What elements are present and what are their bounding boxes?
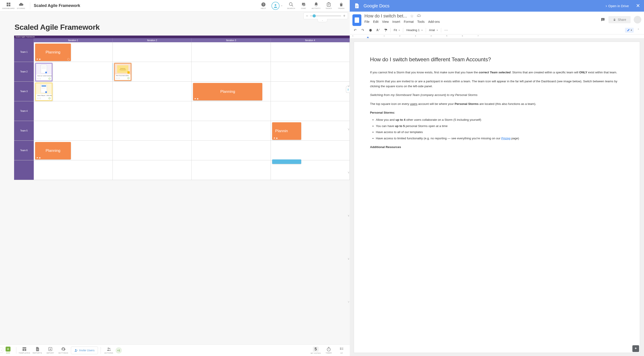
open-in-drive-button[interactable]: › Open in Drive — [606, 4, 629, 8]
legend-icon — [339, 346, 344, 352]
menu-insert[interactable]: Insert — [392, 20, 400, 24]
more-tools-button[interactable]: ⋯ — [443, 28, 449, 32]
doc-card-report[interactable]: Storm Report - 2021-Mar... ▢▢✓ — [35, 82, 52, 101]
user-avatar[interactable] — [634, 16, 641, 24]
expand-toggle[interactable]: › — [0, 348, 3, 353]
spellcheck-button[interactable]: A✓ — [375, 27, 381, 33]
templates-icon — [22, 346, 27, 352]
sticky-planning[interactable]: Planning — [193, 83, 262, 100]
doc-card[interactable]: How do I switch between ... ▢▢✓ — [35, 63, 52, 82]
doc-card-slides[interactable]: MarketingPresentation New Document:slide… — [114, 63, 132, 81]
doc-paragraph[interactable]: The top square icon on every users accou… — [370, 102, 624, 106]
settings-button[interactable]: SETTINGS — [57, 346, 70, 355]
svg-rect-42 — [356, 6, 358, 6]
list-item: Have access to limited functionality (e.… — [376, 136, 624, 141]
col-header-4: Iteration 4 — [271, 38, 350, 42]
explore-button[interactable] — [632, 345, 639, 352]
table-row: Team 1 Planning — [14, 42, 350, 62]
timer-icon — [326, 346, 331, 352]
add-button[interactable]: + ADD — [2, 346, 14, 355]
zoom-out-button[interactable]: − — [306, 14, 308, 18]
menu-file[interactable]: File — [364, 20, 370, 24]
zoom-select[interactable]: Fit — [392, 28, 401, 32]
redo-button[interactable]: ↷ — [360, 27, 366, 33]
board-title-strip: Scaled Agile Framework — [14, 36, 350, 38]
dashboard-button[interactable]: DASHBOARD — [2, 1, 15, 11]
zoom-control[interactable]: − + — [304, 12, 348, 19]
indent-marker[interactable] — [367, 36, 369, 38]
svg-rect-20 — [42, 86, 46, 86]
explore-icon — [634, 347, 638, 350]
legend-button[interactable]: LE — [336, 346, 348, 355]
trash-button[interactable]: TRASH — [335, 1, 348, 11]
row-header-5: Team 5 — [14, 121, 34, 140]
menu-tools[interactable]: Tools — [417, 20, 425, 24]
import-button[interactable]: IMPORT — [44, 346, 56, 355]
help-button[interactable]: ? HELP — [257, 1, 270, 11]
templates-button[interactable]: TEMPLATES — [18, 346, 31, 355]
actions-button[interactable]: ACTIONS — [103, 346, 115, 355]
sticky-planning[interactable]: Planning — [35, 44, 71, 61]
chat-button[interactable]: CHAT — [298, 1, 310, 11]
person-plus-icon — [74, 348, 78, 352]
menu-edit[interactable]: Edit — [373, 20, 378, 24]
print-button[interactable] — [368, 27, 374, 33]
svg-rect-25 — [276, 138, 277, 139]
plus-one-badge[interactable]: +1 — [116, 347, 122, 354]
cloud-saved-icon[interactable] — [417, 14, 421, 18]
user-avatar-menu[interactable] — [272, 2, 283, 10]
activity-button[interactable]: ACTIVITY — [310, 1, 322, 11]
list-item: Have access to all of our templates — [376, 130, 624, 134]
zoom-slider[interactable] — [310, 16, 341, 16]
menu-format[interactable]: Format — [404, 20, 414, 24]
gdocs-document-area[interactable]: How do I switch between different Team A… — [350, 38, 644, 356]
menu-view[interactable]: View — [382, 20, 389, 24]
doc-paragraph[interactable]: Switching from my Stormboard Team (compa… — [370, 92, 624, 98]
doc-heading[interactable]: How do I switch between different Team A… — [370, 55, 624, 64]
doc-subheading[interactable]: Personal Storms: — [370, 110, 624, 115]
paint-format-button[interactable] — [383, 27, 389, 33]
font-select[interactable]: Arial — [428, 28, 439, 32]
search-button[interactable]: SEARCH — [285, 1, 298, 11]
chat-icon — [301, 2, 306, 7]
gear-icon — [61, 346, 66, 352]
list-item: You can have up to 5 personal Storms ope… — [376, 124, 624, 128]
document-page[interactable]: How do I switch between different Team A… — [354, 42, 640, 353]
sticky-planning[interactable]: Plannin — [272, 122, 301, 140]
tasks-button[interactable]: TASKS — [322, 1, 335, 11]
collapse-toolbar-button[interactable]: ˆ — [636, 27, 641, 33]
pricing-link[interactable]: Pricing — [501, 137, 510, 140]
collapse-zoom-tab[interactable] — [318, 19, 327, 22]
table-row — [14, 160, 350, 180]
svg-rect-17 — [46, 72, 47, 73]
comments-button[interactable] — [600, 17, 605, 22]
horizontal-ruler[interactable]: 1 1 2 3 4 5 6 7 — [350, 34, 644, 38]
editing-mode-button[interactable]: ▾ — [625, 28, 634, 33]
sticky-partial[interactable] — [272, 160, 301, 164]
docs-logo[interactable] — [352, 14, 361, 26]
close-button[interactable]: ✕ — [636, 3, 640, 9]
star-button[interactable]: ☆ — [410, 14, 414, 18]
reports-button[interactable]: REPORTS — [31, 346, 44, 355]
doc-list[interactable]: Allow you and up to 4 other users collab… — [376, 118, 624, 141]
share-button[interactable]: Share — [608, 16, 630, 23]
sticky-planning[interactable]: Planning — [35, 142, 71, 160]
menu-addons[interactable]: Add-ons — [428, 20, 440, 24]
timer-button[interactable]: TIMER — [322, 346, 335, 355]
svg-rect-27 — [22, 347, 26, 348]
vertical-ruler: 234567 — [347, 42, 350, 344]
agile-board[interactable]: Scaled Agile Framework Iteration 1 Itera… — [14, 36, 350, 344]
row-header-6: Team 6 — [14, 141, 34, 160]
invite-users-button[interactable]: Invite Users — [71, 346, 98, 354]
doc-title[interactable]: How do I switch bet... — [364, 14, 407, 18]
storms-button[interactable]: STORMS — [15, 1, 27, 11]
my-votes-button[interactable]: 5 MY VOTES — [310, 346, 322, 355]
col-header-3: Iteration 3 — [192, 38, 270, 42]
style-select[interactable]: Heading 1 — [405, 28, 424, 32]
doc-subheading[interactable]: Additional Resources — [370, 145, 624, 150]
zoom-in-button[interactable]: + — [343, 14, 346, 18]
gdocs-header: How do I switch bet... ☆ File Edit View … — [350, 12, 644, 26]
doc-paragraph[interactable]: Any Storm that you are invited to or are… — [370, 79, 624, 88]
doc-paragraph[interactable]: If you cannot find a Storm that you know… — [370, 70, 624, 75]
undo-button[interactable]: ↶ — [352, 27, 358, 33]
